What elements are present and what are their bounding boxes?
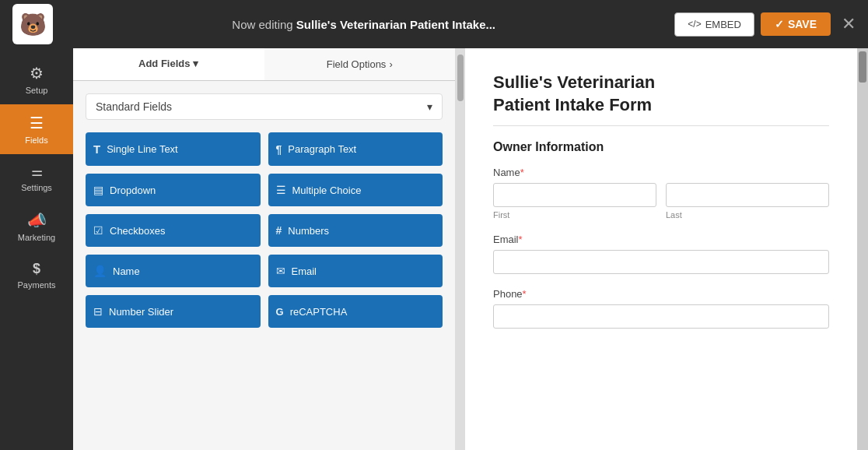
first-name-input[interactable]	[493, 183, 656, 207]
text-icon: T	[93, 142, 100, 156]
phone-field-group: Phone*	[493, 288, 829, 329]
fields-content: Standard Fields ▾ T Single Line Text ¶ P…	[73, 81, 455, 450]
field-btn-name[interactable]: 👤 Name	[86, 255, 261, 287]
field-btn-paragraph-text[interactable]: ¶ Paragraph Text	[268, 132, 443, 166]
chevron-down-icon: ▾	[427, 100, 432, 113]
form-divider	[493, 125, 829, 126]
name-field-group: Name* First Last	[493, 167, 829, 220]
scrollbar-thumb	[457, 54, 464, 101]
sliders-icon: ⚌	[31, 163, 43, 180]
topbar: 🐻 Now editing Sullie's Veterinarian Pati…	[0, 0, 868, 48]
form-preview: Sullie's Veterinarian Patient Intake For…	[465, 48, 857, 450]
paragraph-icon: ¶	[276, 143, 282, 156]
field-btn-checkboxes[interactable]: ☑ Checkboxes	[86, 214, 261, 247]
field-btn-multiple-choice[interactable]: ☰ Multiple Choice	[268, 174, 443, 206]
field-buttons-grid: T Single Line Text ¶ Paragraph Text ▤ Dr…	[86, 132, 443, 328]
fields-scrollbar[interactable]	[456, 48, 465, 450]
close-button[interactable]: ✕	[842, 16, 856, 33]
field-btn-recaptcha[interactable]: G reCAPTCHA	[268, 295, 443, 328]
phone-required: *	[523, 288, 527, 300]
sidebar-item-payments[interactable]: $ Payments	[0, 251, 73, 299]
sidebar-item-fields[interactable]: ☰ Fields	[0, 104, 73, 154]
check-icon: ✓	[775, 18, 784, 30]
fields-panel: Add Fields ▾ Field Options › Standard Fi…	[73, 48, 456, 450]
field-btn-single-line-text[interactable]: T Single Line Text	[86, 132, 261, 166]
app-logo: 🐻	[12, 4, 53, 44]
email-input[interactable]	[493, 250, 829, 274]
field-btn-numbers[interactable]: # Numbers	[268, 214, 443, 247]
topbar-buttons: </> EMBED ✓ SAVE ✕	[674, 12, 856, 37]
form-preview-inner: Sullie's Veterinarian Patient Intake For…	[465, 48, 857, 450]
tab-add-fields[interactable]: Add Fields ▾	[73, 48, 264, 80]
name-label: Name*	[493, 167, 829, 178]
main-layout: ⚙ Setup ☰ Fields ⚌ Settings 📣 Marketing …	[0, 48, 868, 450]
sidebar-item-label: Fields	[25, 135, 47, 145]
field-btn-number-slider[interactable]: ⊟ Number Slider	[86, 295, 261, 328]
chevron-right-icon: ›	[389, 58, 392, 70]
first-name-sublabel: First	[493, 210, 656, 220]
envelope-icon: ✉	[276, 265, 285, 277]
email-label: Email*	[493, 234, 829, 245]
phone-input[interactable]	[493, 304, 829, 329]
email-field-group: Email*	[493, 234, 829, 274]
preview-scrollbar-thumb	[859, 51, 866, 83]
slider-icon: ⊟	[93, 305, 103, 318]
first-name-col: First	[493, 183, 656, 220]
gear-icon: ⚙	[30, 64, 44, 83]
checkbox-icon: ☑	[93, 224, 103, 237]
last-name-sublabel: Last	[666, 210, 829, 220]
fields-icon: ☰	[30, 114, 44, 132]
dollar-icon: $	[33, 261, 40, 277]
last-name-col: Last	[666, 183, 829, 220]
hash-icon: #	[276, 224, 282, 237]
field-btn-email[interactable]: ✉ Email	[268, 255, 443, 287]
standard-fields-dropdown[interactable]: Standard Fields ▾	[86, 93, 443, 120]
sidebar: ⚙ Setup ☰ Fields ⚌ Settings 📣 Marketing …	[0, 48, 73, 450]
chevron-down-icon: ▾	[193, 58, 198, 69]
sidebar-item-marketing[interactable]: 📣 Marketing	[0, 202, 73, 251]
form-name: Sullie's Veterinarian Patient Intake...	[296, 18, 495, 31]
embed-icon: </>	[688, 19, 701, 30]
last-name-input[interactable]	[666, 183, 829, 207]
recaptcha-icon: G	[276, 306, 284, 318]
field-btn-dropdown[interactable]: ▤ Dropdown	[86, 174, 261, 206]
sidebar-item-settings[interactable]: ⚌ Settings	[0, 154, 73, 202]
email-required: *	[519, 234, 523, 245]
person-icon: 👤	[93, 265, 107, 277]
save-button[interactable]: ✓ SAVE	[761, 12, 831, 36]
form-title: Sullie's Veterinarian Patient Intake For…	[493, 72, 829, 116]
sidebar-item-label: Settings	[21, 183, 52, 192]
preview-scrollbar[interactable]	[857, 48, 868, 450]
dropdown-icon: ▤	[93, 184, 103, 196]
sidebar-item-label: Marketing	[18, 233, 55, 242]
sidebar-item-label: Setup	[26, 86, 48, 95]
name-inputs-row: First Last	[493, 183, 829, 220]
tab-field-options[interactable]: Field Options ›	[264, 48, 456, 80]
list-icon: ☰	[276, 184, 286, 196]
sidebar-item-label: Payments	[18, 280, 56, 290]
fields-tabs: Add Fields ▾ Field Options ›	[73, 48, 455, 81]
owner-information-heading: Owner Information	[493, 140, 829, 154]
editing-label: Now editing Sullie's Veterinarian Patien…	[62, 18, 665, 31]
embed-button[interactable]: </> EMBED	[674, 12, 754, 37]
phone-label: Phone*	[493, 288, 829, 300]
name-required: *	[520, 167, 524, 178]
megaphone-icon: 📣	[27, 211, 47, 230]
sidebar-item-setup[interactable]: ⚙ Setup	[0, 54, 73, 104]
